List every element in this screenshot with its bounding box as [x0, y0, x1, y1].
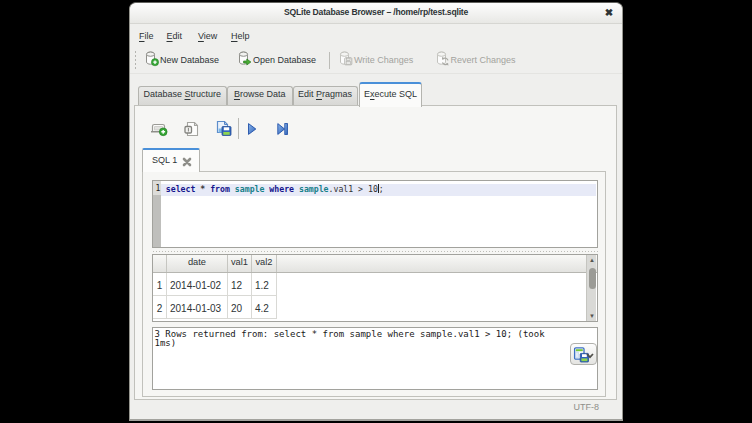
revert-changes-label: Revert Changes	[451, 55, 516, 65]
results-table[interactable]: date val1 val2 1 2014-01-02 12 1.2 2 201…	[152, 254, 598, 322]
tab-execute-sql[interactable]: Execute SQL	[359, 82, 422, 107]
tab-database-structure[interactable]: Database Structure	[138, 86, 228, 105]
header-date[interactable]: date	[167, 255, 228, 272]
open-tab-icon[interactable]	[150, 120, 168, 141]
sql-token: from	[210, 184, 230, 194]
results-table-header: date val1 val2	[153, 255, 597, 273]
main-toolbar: New Database Open Database Write Changes	[130, 47, 622, 74]
header-val1[interactable]: val1	[228, 255, 252, 272]
toolbar-drag-handle[interactable]	[134, 50, 137, 70]
tab-browse-data[interactable]: Browse Data	[227, 86, 293, 105]
close-window-icon[interactable]: ✖	[601, 5, 617, 21]
chevron-down-icon	[586, 353, 594, 359]
export-csv-button[interactable]	[570, 343, 597, 365]
sql-token: sample	[299, 184, 329, 194]
menu-view[interactable]: View	[198, 31, 217, 41]
statusbar-encoding: UTF-8	[574, 402, 600, 412]
message-box: 3 Rows returned from: select * from samp…	[152, 327, 598, 390]
sql-token: where	[269, 184, 294, 194]
titlebar: SQLite Database Browser – /home/rp/test.…	[130, 3, 622, 24]
tab-edit-pragmas[interactable]: Edit Pragmas	[293, 86, 358, 105]
menu-label: dit	[173, 31, 183, 41]
table-row[interactable]: 1 2014-01-02 12 1.2	[153, 273, 597, 296]
tab-label: Database	[143, 89, 184, 99]
save-sql-file-icon[interactable]	[214, 119, 233, 142]
scroll-up-icon[interactable]: ▲	[588, 257, 596, 263]
menu-label: ile	[145, 31, 154, 41]
new-database-label: New Database	[160, 55, 219, 65]
table-row[interactable]: 2 2014-01-03 20 4.2	[153, 296, 597, 319]
write-changes-icon	[337, 50, 354, 71]
tab-label: ecute SQL	[374, 89, 417, 99]
sql-1-tab-close-icon[interactable]	[182, 157, 192, 167]
app-window: SQLite Database Browser – /home/rp/test.…	[129, 2, 623, 421]
scroll-down-icon[interactable]: ▼	[588, 313, 596, 319]
window-title: SQLite Database Browser – /home/rp/test.…	[130, 7, 622, 17]
execute-sql-icon[interactable]	[244, 121, 260, 141]
header-val2[interactable]: val2	[252, 255, 277, 272]
menu-label: elp	[238, 31, 250, 41]
menu-help[interactable]: Help	[231, 31, 250, 41]
write-changes-label: Write Changes	[354, 55, 413, 65]
sql-1-tab[interactable]: SQL 1	[142, 148, 200, 172]
toolbar-separator	[329, 52, 330, 69]
sql-1-pane: 1 select * from sample where sample.val1…	[142, 171, 606, 397]
tab-label: rowse Data	[240, 89, 286, 99]
sql-token: sample	[235, 184, 265, 194]
open-database-button[interactable]: Open Database	[236, 51, 316, 69]
new-database-button[interactable]: New Database	[143, 51, 219, 69]
menubar: File Edit View Help	[130, 25, 622, 47]
tab-label: ragmas	[322, 89, 352, 99]
sql-code-line[interactable]: select * from sample where sample.val1 >…	[166, 184, 384, 194]
sql-editor[interactable]: 1 select * from sample where sample.val1…	[152, 180, 598, 248]
sql-token: ;	[379, 184, 384, 194]
message-line-1: 3 Rows returned from: select * from samp…	[155, 329, 545, 339]
write-changes-button[interactable]: Write Changes	[337, 51, 413, 69]
scrollbar-thumb[interactable]	[589, 268, 596, 289]
tab-label: tructure	[191, 89, 222, 99]
revert-changes-icon	[434, 50, 451, 71]
revert-changes-button[interactable]: Revert Changes	[434, 51, 516, 69]
new-database-icon	[143, 50, 160, 71]
menu-label: iew	[204, 31, 218, 41]
sql-toolbar-separator	[238, 118, 239, 139]
header-corner	[153, 255, 167, 272]
menu-edit[interactable]: Edit	[167, 31, 183, 41]
execute-line-icon[interactable]	[275, 121, 291, 141]
table-vertical-scrollbar[interactable]: ▲ ▼	[586, 255, 596, 321]
message-line-2: 1ms)	[155, 338, 177, 348]
editor-line-number: 1	[156, 184, 161, 193]
result-message: 3 Rows returned from: select * from samp…	[155, 330, 545, 349]
sql-token: .val1 > 10	[329, 184, 378, 194]
tab-label: Edit	[298, 89, 316, 99]
open-database-label: Open Database	[253, 55, 316, 65]
open-sql-file-icon[interactable]	[183, 120, 201, 142]
menu-file[interactable]: File	[139, 31, 154, 41]
open-database-icon	[236, 50, 253, 71]
sql-1-tab-label: SQL 1	[152, 155, 177, 165]
sql-token: select	[166, 184, 196, 194]
